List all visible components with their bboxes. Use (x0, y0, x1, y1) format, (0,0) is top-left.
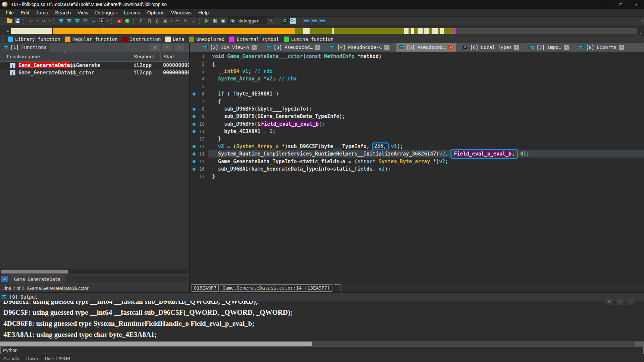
chevron-down-icon[interactable]: ▼ (170, 20, 173, 22)
toolbar-grip[interactable] (277, 18, 279, 24)
pause-process-button[interactable] (212, 17, 219, 24)
breakpoint-dot[interactable] (190, 159, 198, 165)
tab-game-generatedata[interactable]: Game_GenerateData (9, 276, 65, 283)
lumina-button[interactable] (124, 17, 131, 24)
output-log[interactable]: D96BA1: using guessed type __int64 __fas… (0, 301, 644, 341)
code-line[interactable]: 14 System_Runtime_CompilerServices_Runti… (190, 150, 644, 158)
tab-pseudocode-c[interactable]: [4]Pseudocode-C× (327, 43, 392, 52)
nav-band-segment[interactable] (432, 28, 438, 34)
dock-restore-icon[interactable]: ▣ (605, 298, 613, 305)
tab-pseudocod-[interactable]: [5]Pseudocod…× (396, 43, 456, 52)
tab-impo-[interactable]: [7]Impo…× (526, 43, 572, 52)
nav-band-segment[interactable] (404, 28, 409, 34)
code-line[interactable]: 2{ (190, 60, 644, 67)
table-row[interactable]: fGame_GenerateData$$Generateil2cpp000000… (0, 62, 189, 69)
column-segment[interactable]: Segment (131, 52, 160, 61)
scrollbar-thumb[interactable] (0, 342, 312, 346)
recompile-button[interactable]: C (289, 17, 296, 24)
code-line[interactable]: 7 { (190, 98, 644, 105)
pencil-button[interactable]: ✎ (182, 17, 189, 24)
hex-view-button[interactable]: ≡ (74, 17, 81, 24)
tab-output[interactable]: [0] Output (2, 294, 38, 300)
text-view-button[interactable]: T (66, 17, 73, 24)
scrollbar-thumb[interactable] (1, 270, 68, 274)
toolbar-grip[interactable] (111, 18, 114, 24)
breakpoint-dot[interactable] (190, 128, 198, 134)
close-button[interactable]: × (629, 0, 644, 9)
list-view-button[interactable] (319, 17, 326, 24)
code-line[interactable]: 6 if ( !byte_4E3A8A1 ) (190, 90, 644, 98)
quick-compile-button[interactable]: C (281, 17, 288, 24)
breakpoint-dot[interactable] (190, 151, 198, 157)
code-line[interactable]: 3 __int64 v1; // rdx (190, 68, 644, 75)
code-line[interactable]: 15 Game_GenerateData_TypeInfo→static_fie… (190, 158, 644, 165)
tab-exports[interactable]: [8]Exports× (576, 43, 627, 52)
toolbar-overflow-icon[interactable]: » (640, 19, 644, 22)
band-play-icon[interactable]: ▶ (6, 29, 10, 33)
menu-view[interactable]: View (74, 9, 91, 16)
dock-restore-icon[interactable]: ▣ (150, 44, 160, 51)
menu-search[interactable]: Search (52, 9, 74, 16)
code-line[interactable]: 5 (190, 83, 644, 90)
code-line[interactable]: 9 sub_D96BF5(&Game_GenerateData_TypeInfo… (190, 113, 644, 120)
python-input[interactable]: Python (0, 347, 644, 354)
start-process-button[interactable] (204, 17, 211, 24)
dock-close-icon[interactable]: × (627, 298, 635, 305)
nav-band-segment[interactable] (429, 28, 432, 34)
code-line[interactable]: 11 byte_4E3A8A1 = 1; (190, 128, 644, 135)
menu-windows[interactable]: Windows (168, 9, 195, 16)
breakpoint-dot[interactable] (190, 106, 198, 112)
nav-band-segment[interactable] (409, 28, 411, 34)
debugger-select[interactable]: No debugger (228, 17, 267, 24)
scrollbar-button[interactable] (635, 342, 644, 346)
navigate-forward-button[interactable]: ↪ (40, 17, 47, 24)
jump-button[interactable]: ↳ (90, 17, 97, 24)
home-button[interactable]: ⌂ (190, 17, 197, 24)
nav-band-segment[interactable] (440, 28, 444, 34)
code-line[interactable]: 16 sub_D96BA1(Game_GenerateData_TypeInfo… (190, 165, 644, 173)
tab-close-icon[interactable]: × (384, 45, 389, 50)
breakpoint-dot[interactable] (190, 113, 198, 119)
tab-overflow-icon[interactable]: ⌄ (640, 45, 643, 48)
grid-button[interactable]: ▦ (162, 17, 169, 24)
chevron-down-icon[interactable]: ▼ (268, 17, 274, 24)
nav-band-segment[interactable] (414, 28, 417, 34)
breakpoint-dot[interactable] (190, 143, 198, 149)
menu-lumina[interactable]: Lumina (121, 9, 143, 16)
menu-help[interactable]: Help (195, 9, 212, 16)
table-row[interactable]: fGame_GenerateData$$_cctoril2cpp00000000… (0, 69, 189, 76)
code-line[interactable]: 4 System_Array_o *v2; // rbx (190, 75, 644, 82)
ida-view-button[interactable]: # (58, 17, 65, 24)
dock-float-icon[interactable]: ⧉ (162, 44, 172, 51)
breakpoint-dot[interactable] (190, 121, 198, 127)
list-view-button[interactable] (303, 17, 310, 24)
braces-button[interactable]: {} (154, 17, 161, 24)
close-search-icon[interactable]: × (1, 276, 8, 282)
nav-band-segment[interactable] (310, 28, 332, 34)
navigation-band[interactable]: ↓ (11, 28, 638, 34)
code-line[interactable]: 13 v2 = (System_Array_o *)sub_D96C5F(byt… (190, 143, 644, 150)
menu-edit[interactable]: Edit (17, 9, 32, 16)
nav-band-segment[interactable] (11, 28, 52, 34)
breakpoint-dot[interactable] (190, 166, 198, 172)
nav-band-segment[interactable] (418, 28, 423, 34)
band-grip[interactable] (2, 28, 4, 34)
tab-pseudocod-[interactable]: [3]Pseudocod…× (264, 43, 323, 52)
window-tool-button[interactable]: ▭ (174, 17, 181, 24)
dock-close-icon[interactable]: × (174, 44, 184, 51)
tab-close-icon[interactable]: × (252, 45, 257, 50)
functions-hscrollbar[interactable] (1, 269, 188, 274)
menu-file[interactable]: File (3, 9, 17, 16)
tab-local-types[interactable]: O[6]Local Types× (460, 43, 522, 52)
tab-ida-view-a[interactable]: [2]IDA View-A× (200, 43, 260, 52)
code-line[interactable]: 10 sub_D96BF5(&Field_eval_p_eval_b); (190, 120, 644, 128)
menu-options[interactable]: Options (144, 9, 168, 16)
column-function-name[interactable]: Function name (0, 54, 131, 59)
toolbar-grip[interactable] (53, 18, 56, 24)
nav-band-segment[interactable] (455, 28, 637, 34)
tab-close-icon[interactable]: × (564, 45, 569, 50)
nav-band-segment[interactable] (424, 28, 429, 34)
structures-view-button[interactable]: A (82, 17, 89, 24)
navigate-back-button[interactable]: ↩ (28, 17, 35, 24)
nav-band-segment[interactable] (303, 28, 310, 34)
